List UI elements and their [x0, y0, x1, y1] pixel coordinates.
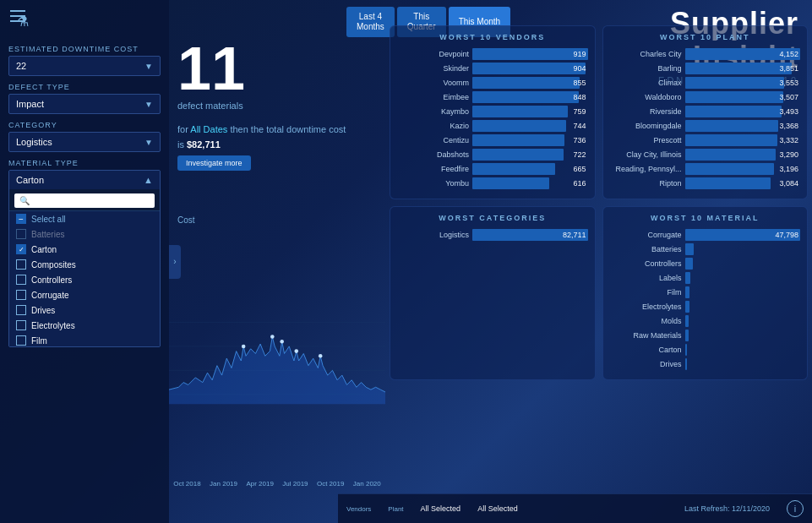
plant-bloomingdale: Bloomingdale 3,368: [610, 120, 801, 132]
dropdown-search-area: [9, 189, 160, 211]
material-type-header[interactable]: Carton ▲: [9, 171, 160, 189]
film-item[interactable]: Film: [9, 333, 160, 346]
corrugate-checkbox[interactable]: [16, 290, 26, 300]
investigate-button[interactable]: Investigate more: [177, 155, 251, 171]
chart-point-1: [242, 345, 246, 349]
material-search-input[interactable]: [14, 193, 155, 208]
estimated-downtime-dropdown[interactable]: 22 ▼: [8, 56, 161, 76]
estimated-downtime-value: 22: [16, 61, 26, 71]
hamburger-menu[interactable]: [10, 10, 25, 22]
estimated-downtime-label: ESTIMATED DOWNTIME COST: [8, 45, 161, 53]
nav-last4months[interactable]: Last 4Months: [346, 7, 395, 37]
vendor-kaymbo: Kaymbo 759: [397, 106, 588, 117]
carton-item[interactable]: Carton: [9, 242, 160, 257]
material-type-label: MATERIAL TYPE: [8, 159, 161, 167]
chart-point-4: [294, 349, 298, 353]
defect-type-dropdown[interactable]: Impact ▼: [8, 94, 161, 114]
info-icon[interactable]: i: [787, 500, 804, 517]
vendor-voomm: Voomm 855: [397, 77, 588, 89]
composites-checkbox[interactable]: [16, 259, 26, 270]
carton-checkbox[interactable]: [16, 244, 26, 254]
electrolytes-label: Electrolytes: [31, 321, 75, 330]
info-line1: for All Dates then the total downtime co…: [177, 123, 346, 138]
vendor-centizu: Centizu 736: [397, 134, 588, 146]
worst-categories-panel: WORST CATEGORIES Logistics 82,711: [390, 206, 596, 380]
defect-type-label: DEFECT TYPE: [8, 83, 161, 91]
all-dates-highlight: All Dates: [190, 124, 227, 134]
time-label-3: Apr 2019: [246, 480, 273, 488]
select-all-checkbox[interactable]: [16, 214, 26, 224]
big-number-section: 11 defect materials: [177, 38, 245, 111]
dropdown-arrow: ▼: [144, 62, 153, 71]
info-line2: is $82,711: [177, 138, 346, 153]
vendor-kazio: Kazio 744: [397, 120, 588, 132]
plant-charles-city: Charles City 4,152: [610, 48, 801, 60]
controllers-checkbox[interactable]: [16, 275, 26, 285]
vendor-feedfire: Feedfire 665: [397, 163, 588, 175]
worst-material-title: WORST 10 MATERIAL: [610, 214, 801, 222]
left-panel: ⚗ ESTIMATED DOWNTIME COST 22 ▼ DEFECT TY…: [0, 0, 169, 523]
worst-vendors-panel: WORST 10 VENDORS Devpoint 919 Skinder: [390, 25, 596, 199]
material-corrugate: Corrugate 47,798: [610, 229, 801, 241]
material-carton: Carton: [610, 344, 801, 356]
time-label-5: Oct 2019: [317, 480, 344, 488]
worst-categories-title: WORST CATEGORIES: [397, 214, 588, 222]
time-label-6: Jan 2020: [353, 480, 381, 488]
drives-checkbox[interactable]: [16, 305, 26, 315]
bottom-vendors-label: Vendors: [346, 505, 371, 513]
worst-plant-panel: WORST 10 PLANT Charles City 4,152 Barlin…: [602, 25, 809, 199]
material-type-value: Carton: [16, 175, 44, 185]
right-panels: WORST 10 VENDORS Devpoint 919 Skinder: [390, 25, 808, 380]
composites-label: Composites: [31, 260, 76, 270]
category-logistics: Logistics 82,711: [397, 229, 588, 241]
vendor-skinder: Skinder 904: [397, 63, 588, 74]
plant-ripton: Ripton 3,084: [610, 177, 801, 189]
material-batteries: Batteries: [610, 243, 801, 255]
category-value: Logistics: [16, 137, 52, 147]
category-dropdown[interactable]: Logistics ▼: [8, 132, 161, 152]
info-text: for All Dates then the total downtime co…: [177, 123, 346, 171]
composites-item[interactable]: Composites: [9, 257, 160, 272]
controllers-item[interactable]: Controllers: [9, 272, 160, 287]
material-drives: Drives: [610, 358, 801, 370]
material-film: Film: [610, 286, 801, 298]
cost-label: Cost: [177, 215, 195, 225]
worst-vendors-title: WORST 10 VENDORS: [397, 33, 588, 41]
drives-item[interactable]: Drives: [9, 302, 160, 318]
film-checkbox[interactable]: [16, 335, 26, 346]
batteries-checkbox[interactable]: [16, 229, 26, 239]
main-content: Last 4Months ThisQuarter This Month Supp…: [169, 0, 812, 523]
chart-area: [169, 232, 385, 489]
chart-point-3: [280, 340, 284, 344]
bottom-panels-row: WORST CATEGORIES Logistics 82,711 WORST …: [390, 206, 808, 380]
worst-vendors-list: Devpoint 919 Skinder 904: [397, 48, 588, 189]
select-all-item[interactable]: Select all: [9, 211, 160, 226]
drives-label: Drives: [31, 306, 55, 315]
material-electrolytes: Electrolytes: [610, 301, 801, 313]
bottom-vendors: Vendors: [346, 505, 371, 513]
cost-text: Cost: [177, 215, 195, 225]
bottom-all-selected-1: All Selected: [421, 504, 461, 513]
electrolytes-item[interactable]: Electrolytes: [9, 318, 160, 333]
plant-prescott: Prescott 3,332: [610, 134, 801, 146]
material-molds: Molds: [610, 315, 801, 327]
big-number-subtitle: defect materials: [177, 101, 245, 111]
worst-categories-list: Logistics 82,711: [397, 229, 588, 241]
vendor-dabshots: Dabshots 722: [397, 149, 588, 161]
plant-climax: Climax 3,553: [610, 77, 801, 89]
material-raw: Raw Materials: [610, 330, 801, 341]
electrolytes-checkbox[interactable]: [16, 320, 26, 330]
material-labels: Labels: [610, 272, 801, 284]
corrugate-item[interactable]: Corrugate: [9, 287, 160, 302]
worst-material-list: Corrugate 47,798 Batteries Controlle: [610, 229, 801, 370]
bottom-bar: Vendors Plant All Selected All Selected …: [338, 493, 812, 523]
worst-material-panel: WORST 10 MATERIAL Corrugate 47,798 Batte…: [602, 206, 809, 380]
dropdown-arrow-3: ▼: [144, 138, 153, 147]
time-label-2: Jan 2019: [210, 480, 237, 488]
material-type-dropdown-open[interactable]: Carton ▲ Select all Batteries Carton: [8, 170, 161, 347]
batteries-item[interactable]: Batteries: [9, 226, 160, 242]
bottom-plant-label: Plant: [388, 505, 403, 513]
plant-waldoboro: Waldoboro 3,507: [610, 91, 801, 103]
corrugate-label: Corrugate: [31, 291, 68, 300]
defect-type-value: Impact: [16, 99, 44, 109]
